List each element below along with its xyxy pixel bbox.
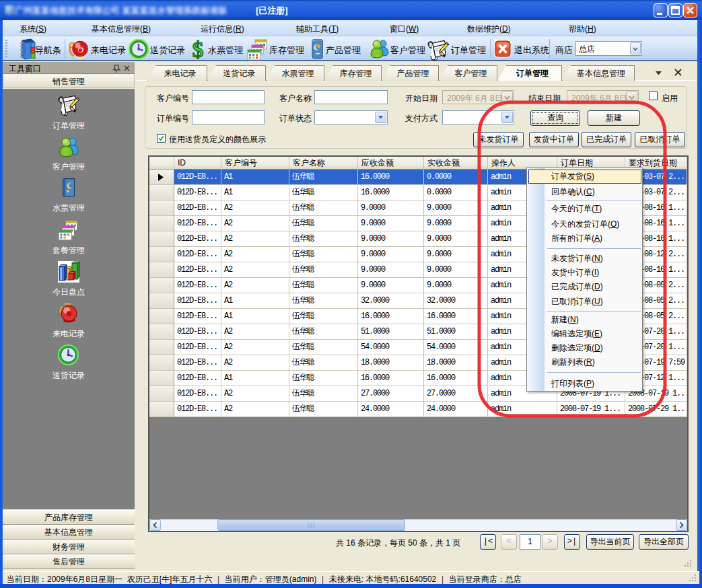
svg-text:$: $ xyxy=(192,38,204,62)
